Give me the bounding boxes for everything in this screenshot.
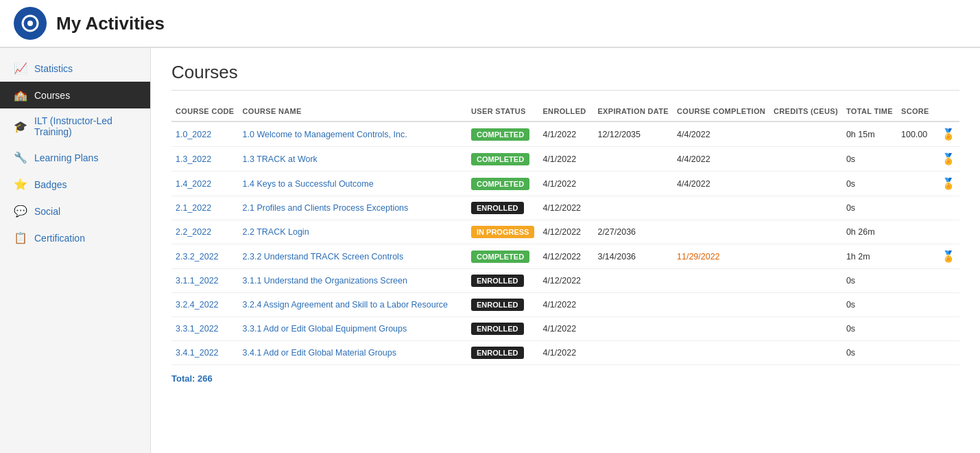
cell-completion: 4/4/2022 <box>673 147 769 172</box>
cell-course-code[interactable]: 3.4.1_2022 <box>171 341 239 365</box>
cell-score <box>897 317 935 341</box>
sidebar-item-certification[interactable]: 📋 Certification <box>0 224 150 251</box>
cell-completion <box>673 220 769 244</box>
cell-credits <box>769 269 842 293</box>
cell-course-code[interactable]: 3.3.1_2022 <box>171 317 239 341</box>
cell-time: 1h 2m <box>842 244 897 269</box>
cell-score: 100.00 <box>897 121 935 147</box>
badges-icon: ⭐ <box>14 178 27 191</box>
sidebar-label-social: Social <box>34 206 60 217</box>
cell-expiry <box>593 172 673 196</box>
status-badge: ENROLLED <box>471 275 524 287</box>
cell-credits <box>769 220 842 244</box>
cell-completion <box>673 269 769 293</box>
cell-ribbon: 🏅 <box>935 147 959 172</box>
cell-completion <box>673 196 769 220</box>
cell-course-name[interactable]: 2.1 Profiles and Clients Process Excepti… <box>239 196 468 220</box>
sidebar-item-learning-plans[interactable]: 🔧 Learning Plans <box>0 144 150 171</box>
learning-plans-icon: 🔧 <box>14 151 27 164</box>
cell-credits <box>769 196 842 220</box>
total-label: Total: <box>171 373 195 384</box>
cell-enrolled: 4/1/2022 <box>538 121 593 147</box>
cell-completion: 4/4/2022 <box>673 121 769 147</box>
cell-score <box>897 220 935 244</box>
cell-course-code[interactable]: 2.2_2022 <box>171 220 239 244</box>
cell-course-name[interactable]: 2.2 TRACK Login <box>239 220 468 244</box>
cell-course-code[interactable]: 3.2.4_2022 <box>171 293 239 317</box>
cell-time: 0h 15m <box>842 121 897 147</box>
sidebar-label-badges: Badges <box>34 179 67 190</box>
status-badge: ENROLLED <box>471 299 524 311</box>
cell-time: 0s <box>842 147 897 172</box>
col-header-time: TOTAL TIME <box>842 102 897 121</box>
cell-course-code[interactable]: 1.3_2022 <box>171 147 239 172</box>
table-row: 3.4.1_2022 3.4.1 Add or Edit Global Mate… <box>171 341 959 365</box>
cell-course-code[interactable]: 3.1.1_2022 <box>171 269 239 293</box>
col-header-course-name: COURSE NAME <box>239 102 468 121</box>
logo <box>14 7 47 40</box>
statistics-icon: 📈 <box>14 62 27 75</box>
cell-course-name[interactable]: 2.3.2 Understand TRACK Screen Controls <box>239 244 468 269</box>
cell-course-name[interactable]: 3.3.1 Add or Edit Global Equipment Group… <box>239 317 468 341</box>
courses-table: COURSE CODE COURSE NAME USER STATUS ENRO… <box>171 102 959 365</box>
cell-status: ENROLLED <box>467 196 538 220</box>
cell-course-code[interactable]: 1.0_2022 <box>171 121 239 147</box>
total-count: 266 <box>198 373 213 384</box>
status-badge: COMPLETED <box>471 153 529 165</box>
cell-enrolled: 4/1/2022 <box>538 147 593 172</box>
cell-ribbon <box>935 220 959 244</box>
cell-status: COMPLETED <box>467 147 538 172</box>
sidebar-item-courses[interactable]: 🏫 Courses <box>0 82 150 108</box>
sidebar: 📈 Statistics 🏫 Courses 🎓 ILT (Instructor… <box>0 48 151 453</box>
cell-expiry: 2/27/2036 <box>593 220 673 244</box>
cell-score <box>897 293 935 317</box>
cell-score <box>897 196 935 220</box>
table-row: 3.3.1_2022 3.3.1 Add or Edit Global Equi… <box>171 317 959 341</box>
cell-course-code[interactable]: 1.4_2022 <box>171 172 239 196</box>
cell-enrolled: 4/1/2022 <box>538 317 593 341</box>
sidebar-item-badges[interactable]: ⭐ Badges <box>0 171 150 198</box>
sidebar-item-statistics[interactable]: 📈 Statistics <box>0 55 150 82</box>
cell-ribbon <box>935 341 959 365</box>
sidebar-item-ilt[interactable]: 🎓 ILT (Instructor-Led Training) <box>0 108 150 144</box>
status-badge: ENROLLED <box>471 202 524 214</box>
table-row: 2.3.2_2022 2.3.2 Understand TRACK Screen… <box>171 244 959 269</box>
cell-enrolled: 4/1/2022 <box>538 293 593 317</box>
sidebar-label-courses: Courses <box>34 90 70 101</box>
cell-course-name[interactable]: 3.1.1 Understand the Organizations Scree… <box>239 269 468 293</box>
cell-course-name[interactable]: 1.0 Welcome to Management Controls, Inc. <box>239 121 468 147</box>
col-header-enrolled: ENROLLED <box>538 102 593 121</box>
courses-icon: 🏫 <box>14 89 27 102</box>
cell-course-name[interactable]: 3.2.4 Assign Agreement and Skill to a La… <box>239 293 468 317</box>
sidebar-item-social[interactable]: 💬 Social <box>0 198 150 224</box>
cell-credits <box>769 317 842 341</box>
cell-status: ENROLLED <box>467 269 538 293</box>
cell-course-name[interactable]: 1.3 TRACK at Work <box>239 147 468 172</box>
cell-course-code[interactable]: 2.3.2_2022 <box>171 244 239 269</box>
cell-score <box>897 244 935 269</box>
cell-course-name[interactable]: 3.4.1 Add or Edit Global Material Groups <box>239 341 468 365</box>
ribbon-icon: 🏅 <box>942 153 955 165</box>
cell-time: 0s <box>842 293 897 317</box>
cell-time: 0s <box>842 196 897 220</box>
col-header-course-code: COURSE CODE <box>171 102 239 121</box>
cell-completion <box>673 341 769 365</box>
cell-course-code[interactable]: 2.1_2022 <box>171 196 239 220</box>
main-content: Courses COURSE CODE COURSE NAME USER STA… <box>151 48 980 453</box>
cell-course-name[interactable]: 1.4 Keys to a Successful Outcome <box>239 172 468 196</box>
table-row: 2.2_2022 2.2 TRACK Login IN PROGRESS 4/1… <box>171 220 959 244</box>
cell-ribbon: 🏅 <box>935 172 959 196</box>
table-row: 1.4_2022 1.4 Keys to a Successful Outcom… <box>171 172 959 196</box>
header: My Activities <box>0 0 980 48</box>
table-row: 1.0_2022 1.0 Welcome to Management Contr… <box>171 121 959 147</box>
cell-credits <box>769 293 842 317</box>
cell-time: 0s <box>842 172 897 196</box>
cell-score <box>897 172 935 196</box>
cell-time: 0s <box>842 341 897 365</box>
social-icon: 💬 <box>14 205 27 218</box>
cell-ribbon: 🏅 <box>935 244 959 269</box>
certification-icon: 📋 <box>14 231 27 244</box>
cell-expiry: 12/12/2035 <box>593 121 673 147</box>
cell-completion: 4/4/2022 <box>673 172 769 196</box>
cell-credits <box>769 121 842 147</box>
